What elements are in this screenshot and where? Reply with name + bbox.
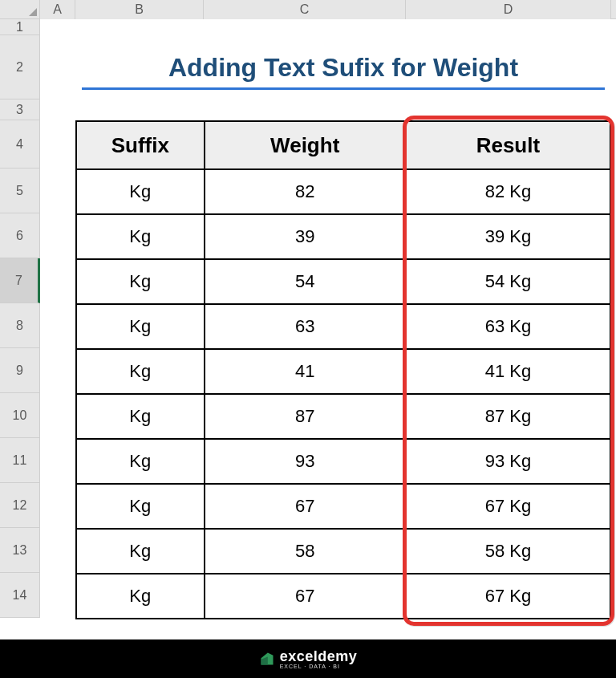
cell-c[interactable]: 58 — [205, 529, 406, 574]
data-table: Suffix Weight Result Kg8282 KgKg3939 KgK… — [75, 120, 611, 619]
table-row: Kg6363 Kg — [76, 304, 610, 349]
row-header-10[interactable]: 10 — [0, 393, 40, 438]
cell-b[interactable]: Kg — [76, 349, 205, 394]
row-header-11[interactable]: 11 — [0, 438, 40, 483]
row-header-7[interactable]: 7 — [0, 258, 40, 303]
cells-area[interactable]: Adding Text Sufix for Weight Suffix Weig… — [40, 19, 616, 618]
column-headers: A B C D — [0, 0, 616, 19]
table-row: Kg4141 Kg — [76, 349, 610, 394]
table-row: Kg3939 Kg — [76, 214, 610, 259]
brand-logo: exceldemy EXCEL · DATA · BI — [259, 648, 358, 669]
cell-c[interactable]: 82 — [205, 169, 406, 214]
cell-b[interactable]: Kg — [76, 529, 205, 574]
table-header-row: Suffix Weight Result — [76, 121, 610, 169]
cell-d[interactable]: 54 Kg — [406, 259, 610, 304]
cell-c[interactable]: 93 — [205, 439, 406, 484]
header-weight[interactable]: Weight — [205, 121, 406, 169]
table-row: Kg6767 Kg — [76, 484, 610, 529]
cell-d[interactable]: 63 Kg — [406, 304, 610, 349]
row-header-1[interactable]: 1 — [0, 19, 40, 35]
cell-c[interactable]: 54 — [205, 259, 406, 304]
col-header-a[interactable]: A — [40, 0, 75, 19]
cell-d[interactable]: 41 Kg — [406, 349, 610, 394]
header-result[interactable]: Result — [406, 121, 610, 169]
row-header-12[interactable]: 12 — [0, 483, 40, 528]
col-header-c[interactable]: C — [204, 0, 406, 19]
cell-c[interactable]: 63 — [205, 304, 406, 349]
cell-b[interactable]: Kg — [76, 259, 205, 304]
page-title: Adding Text Sufix for Weight — [75, 35, 611, 99]
cell-d[interactable]: 67 Kg — [406, 484, 610, 529]
cell-c[interactable]: 41 — [205, 349, 406, 394]
cell-c[interactable]: 67 — [205, 574, 406, 619]
row-header-6[interactable]: 6 — [0, 213, 40, 258]
brand-icon — [259, 651, 275, 667]
row-header-3[interactable]: 3 — [0, 99, 40, 120]
row-header-4[interactable]: 4 — [0, 120, 40, 168]
cell-b[interactable]: Kg — [76, 304, 205, 349]
col-header-d[interactable]: D — [406, 0, 611, 19]
cell-b[interactable]: Kg — [76, 169, 205, 214]
table-row: Kg8787 Kg — [76, 394, 610, 439]
table-row: Kg5454 Kg — [76, 259, 610, 304]
cell-c[interactable]: 67 — [205, 484, 406, 529]
cell-c[interactable]: 39 — [205, 214, 406, 259]
cell-b[interactable]: Kg — [76, 439, 205, 484]
cell-c[interactable]: 87 — [205, 394, 406, 439]
footer-bar: exceldemy EXCEL · DATA · BI — [0, 639, 616, 678]
cell-d[interactable]: 58 Kg — [406, 529, 610, 574]
brand-name: exceldemy — [280, 648, 358, 665]
row-header-5[interactable]: 5 — [0, 168, 40, 213]
title-underline — [82, 87, 605, 90]
select-all-corner[interactable] — [0, 0, 40, 19]
spreadsheet-view: A B C D 1 2 3 4 5 6 7 8 9 10 11 12 13 14… — [0, 0, 616, 678]
title-text: Adding Text Sufix for Weight — [168, 53, 518, 83]
table-row: Kg6767 Kg — [76, 574, 610, 619]
cell-b[interactable]: Kg — [76, 214, 205, 259]
cell-b[interactable]: Kg — [76, 394, 205, 439]
cell-d[interactable]: 67 Kg — [406, 574, 610, 619]
header-suffix[interactable]: Suffix — [76, 121, 205, 169]
row-header-14[interactable]: 14 — [0, 573, 40, 618]
row-header-8[interactable]: 8 — [0, 303, 40, 348]
cell-b[interactable]: Kg — [76, 574, 205, 619]
cell-d[interactable]: 93 Kg — [406, 439, 610, 484]
cell-d[interactable]: 87 Kg — [406, 394, 610, 439]
row-header-9[interactable]: 9 — [0, 348, 40, 393]
row-headers: 1 2 3 4 5 6 7 8 9 10 11 12 13 14 — [0, 19, 40, 618]
row-header-2[interactable]: 2 — [0, 35, 40, 99]
cell-d[interactable]: 39 Kg — [406, 214, 610, 259]
row-header-13[interactable]: 13 — [0, 528, 40, 573]
table-row: Kg9393 Kg — [76, 439, 610, 484]
table-row: Kg5858 Kg — [76, 529, 610, 574]
cell-d[interactable]: 82 Kg — [406, 169, 610, 214]
cell-b[interactable]: Kg — [76, 484, 205, 529]
table-row: Kg8282 Kg — [76, 169, 610, 214]
col-header-b[interactable]: B — [75, 0, 204, 19]
